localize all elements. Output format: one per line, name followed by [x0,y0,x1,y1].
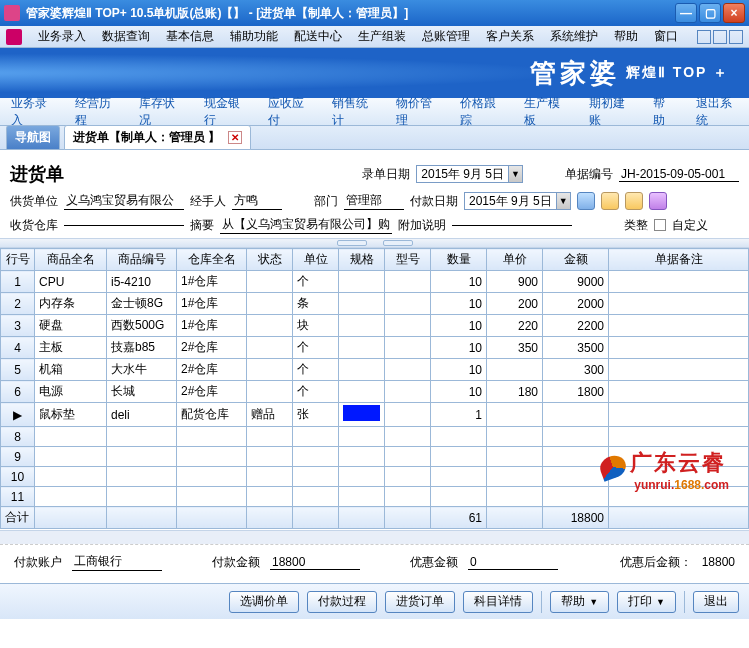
row-number[interactable]: 11 [1,487,35,507]
cell-name[interactable]: 机箱 [35,359,107,381]
cell-wh[interactable]: 配货仓库 [177,403,247,427]
palette-icon[interactable] [649,192,667,210]
mdi-restore-icon[interactable] [713,30,727,44]
cell-price[interactable] [487,467,543,487]
nav-item[interactable]: 退出系统 [685,90,749,134]
summary-value[interactable]: 从【义乌鸿宝贸易有限公司】购 [220,216,392,234]
exit-button[interactable]: 退出 [693,591,739,613]
cell-qty[interactable]: 10 [431,381,487,403]
column-header[interactable]: 金额 [543,249,609,271]
cell-unit[interactable]: 张 [293,403,339,427]
cell-spec[interactable] [339,467,385,487]
cell-amt[interactable]: 2000 [543,293,609,315]
row-number[interactable]: 1 [1,271,35,293]
menu-item[interactable]: 窗口 [646,26,686,47]
cell-qty[interactable] [431,447,487,467]
cell-model[interactable] [385,359,431,381]
cell-note[interactable] [609,271,749,293]
search-icon[interactable] [577,192,595,210]
subject-detail-button[interactable]: 科目详情 [463,591,533,613]
cell-note[interactable] [609,427,749,447]
cell-code[interactable] [107,447,177,467]
cell-name[interactable]: 主板 [35,337,107,359]
cell-price[interactable]: 350 [487,337,543,359]
cell-note[interactable] [609,315,749,337]
table-row[interactable]: ▶鼠标垫deli配货仓库赠品张1 [1,403,749,427]
nav-item[interactable]: 价格跟踪 [449,90,513,134]
cell-price[interactable] [487,447,543,467]
row-number[interactable]: 8 [1,427,35,447]
row-number[interactable]: ▶ [1,403,35,427]
cell-model[interactable] [385,467,431,487]
tool-icon-2[interactable] [625,192,643,210]
menu-item[interactable]: 帮助 [606,26,646,47]
cell-model[interactable] [385,293,431,315]
cell-wh[interactable]: 2#仓库 [177,359,247,381]
cell-st[interactable] [247,447,293,467]
column-header[interactable]: 状态 [247,249,293,271]
cell-name[interactable]: CPU [35,271,107,293]
tab-purchase-order[interactable]: 进货单【制单人：管理员 】 ✕ [64,125,251,150]
purchase-grid[interactable]: 行号商品全名商品编号仓库全名状态单位规格型号数量单价金额单据备注 1CPUi5-… [0,248,749,529]
cell-wh[interactable] [177,427,247,447]
cell-unit[interactable] [293,427,339,447]
menu-item[interactable]: 辅助功能 [222,26,286,47]
cell-name[interactable]: 电源 [35,381,107,403]
cell-spec[interactable] [339,447,385,467]
cell-spec[interactable] [339,315,385,337]
cell-wh[interactable]: 1#仓库 [177,315,247,337]
cell-qty[interactable]: 10 [431,337,487,359]
table-row[interactable]: 2内存条金士顿8G1#仓库条102002000 [1,293,749,315]
splitter[interactable] [0,238,749,248]
chevron-down-icon[interactable]: ▼ [508,166,522,182]
extra-value[interactable] [452,225,572,226]
cell-amt[interactable]: 300 [543,359,609,381]
maximize-button[interactable]: ▢ [699,3,721,23]
tab-close-icon[interactable]: ✕ [228,131,242,144]
row-number[interactable]: 2 [1,293,35,315]
cell-code[interactable]: 技嘉b85 [107,337,177,359]
table-row[interactable]: 3硬盘西数500G1#仓库块102202200 [1,315,749,337]
cell-spec[interactable] [339,271,385,293]
table-row[interactable]: 9 [1,447,749,467]
nav-item[interactable]: 生产模板 [513,90,577,134]
cell-unit[interactable]: 块 [293,315,339,337]
cell-st[interactable] [247,315,293,337]
cell-note[interactable] [609,487,749,507]
cell-st[interactable] [247,487,293,507]
cell-name[interactable] [35,447,107,467]
cell-amt[interactable] [543,467,609,487]
recv-wh-value[interactable] [64,225,184,226]
column-header[interactable]: 行号 [1,249,35,271]
cell-wh[interactable]: 2#仓库 [177,337,247,359]
cell-name[interactable] [35,467,107,487]
column-header[interactable]: 商品编号 [107,249,177,271]
menu-item[interactable]: 客户关系 [478,26,542,47]
cell-amt[interactable]: 9000 [543,271,609,293]
cell-qty[interactable] [431,427,487,447]
nav-item[interactable]: 销售统计 [321,90,385,134]
chevron-down-icon[interactable]: ▼ [556,193,570,209]
cell-wh[interactable]: 1#仓库 [177,271,247,293]
cell-amt[interactable] [543,447,609,467]
column-header[interactable]: 型号 [385,249,431,271]
cell-spec[interactable] [339,487,385,507]
cell-model[interactable] [385,271,431,293]
cell-price[interactable] [487,359,543,381]
table-row[interactable]: 5机箱大水牛2#仓库个10300 [1,359,749,381]
cell-qty[interactable] [431,487,487,507]
cell-price[interactable]: 900 [487,271,543,293]
cell-wh[interactable] [177,487,247,507]
nav-item[interactable]: 期初建账 [578,90,642,134]
disc-value[interactable]: 0 [468,555,558,570]
cell-price[interactable]: 200 [487,293,543,315]
supplier-value[interactable]: 义乌鸿宝贸易有限公 [64,192,184,210]
column-header[interactable]: 单价 [487,249,543,271]
table-row[interactable]: 6电源长城2#仓库个101801800 [1,381,749,403]
cell-note[interactable] [609,403,749,427]
cell-amt[interactable] [543,403,609,427]
column-header[interactable]: 数量 [431,249,487,271]
pay-process-button[interactable]: 付款过程 [307,591,377,613]
cell-qty[interactable] [431,467,487,487]
cell-amt[interactable]: 3500 [543,337,609,359]
